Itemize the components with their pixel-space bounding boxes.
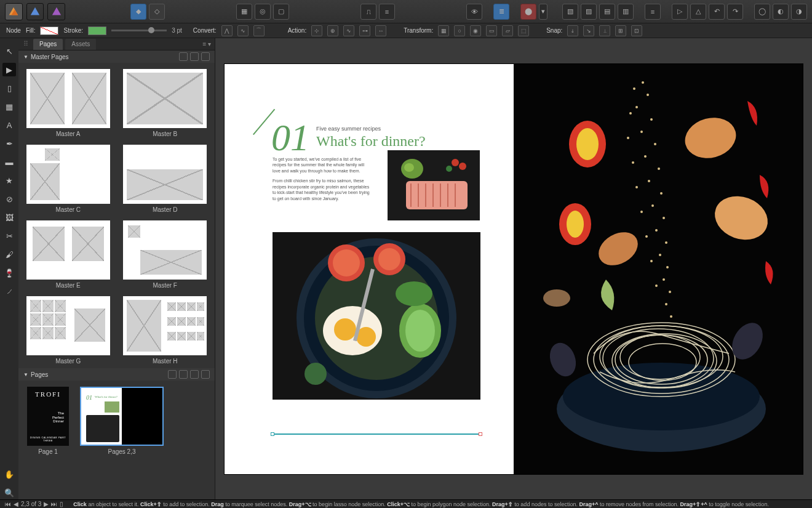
collapse-icon[interactable]: ▼ <box>23 54 28 60</box>
baseline-icon[interactable]: ⎍ <box>360 4 376 20</box>
action-close-icon[interactable]: ⊕ <box>327 25 338 36</box>
action-reverse-icon[interactable]: ↔ <box>375 25 386 36</box>
page-del-icon[interactable] <box>201 370 210 379</box>
zoom-tool-icon[interactable]: 🔍 <box>2 486 16 499</box>
clip-icon[interactable]: ≣ <box>493 4 509 20</box>
flip-v-icon[interactable]: △ <box>690 4 706 20</box>
boolean-subtract-icon[interactable]: ◐ <box>773 4 789 20</box>
snap-5-icon[interactable]: ⊡ <box>631 25 642 36</box>
move-tool-icon[interactable]: ↖ <box>2 44 16 58</box>
panel-menu-icon[interactable]: ≡ ▾ <box>202 41 211 47</box>
pen-tool-icon[interactable]: ✒ <box>2 137 16 150</box>
shape-tool-icon[interactable]: ★ <box>2 174 16 187</box>
master-h[interactable]: Master H <box>123 296 208 365</box>
nav-next-icon[interactable]: ▶ <box>44 501 49 507</box>
nav-prev-icon[interactable]: ◀ <box>14 501 18 507</box>
vector-brush-tool-icon[interactable]: 🖌 <box>2 248 16 261</box>
snap-1-icon[interactable]: ⫰ <box>567 25 578 36</box>
master-e[interactable]: Master E <box>26 220 111 289</box>
transform-3-icon[interactable]: ◉ <box>470 25 481 36</box>
arrange-forward-icon[interactable]: ▤ <box>599 4 615 20</box>
action-smooth-icon[interactable]: ∿ <box>343 25 354 36</box>
text-flow-icon[interactable]: ≡ <box>379 4 395 20</box>
page-2-3-thumb[interactable]: 01 What's for dinner? Pages 2,3 <box>80 387 164 455</box>
pan-tool-icon[interactable]: ✋ <box>2 467 16 481</box>
stroke-width-value[interactable]: 3 pt <box>172 27 182 34</box>
snap-2-icon[interactable]: ↘ <box>583 25 594 36</box>
nav-first-icon[interactable]: ⏮ <box>5 501 11 507</box>
master-b[interactable]: Master B <box>123 69 208 137</box>
left-page[interactable]: 01 Five easy summer recipes What's for d… <box>225 64 514 474</box>
master-del-icon[interactable] <box>201 52 210 61</box>
convert-smart-icon[interactable]: ⌒ <box>253 25 265 36</box>
convert-smooth-icon[interactable]: ∿ <box>237 25 249 36</box>
view-mode-1-icon[interactable]: ▦ <box>236 4 252 20</box>
fill-tool-icon[interactable]: 🍷 <box>2 266 16 280</box>
master-pages-header[interactable]: ▼ Master Pages <box>18 50 215 63</box>
boolean-intersect-icon[interactable]: ◑ <box>791 4 807 20</box>
rectangle-tool-icon[interactable]: ▬ <box>2 155 16 169</box>
app-switch-photo[interactable] <box>5 3 23 20</box>
view-mode-2-icon[interactable]: ◎ <box>255 4 271 20</box>
app-switch-designer[interactable] <box>26 3 44 20</box>
tab-pages[interactable]: Pages <box>33 39 63 50</box>
master-dup-icon[interactable] <box>190 52 199 61</box>
table-tool-icon[interactable]: ▦ <box>2 100 16 113</box>
arrange-back-icon[interactable]: ▧ <box>562 4 578 20</box>
nav-spread-icon[interactable]: ▯ <box>60 501 63 507</box>
artistic-text-tool-icon[interactable]: A <box>2 118 16 132</box>
page-1-thumb[interactable]: TROFI The Perfect Dinner DINING CALENDAR… <box>27 387 69 455</box>
canvas[interactable]: 01 Five easy summer recipes What's for d… <box>215 38 812 499</box>
stroke-width-slider[interactable] <box>111 30 167 31</box>
node-tool-icon[interactable]: ▶ <box>2 63 16 76</box>
transform-4-icon[interactable]: ▭ <box>486 25 497 36</box>
flip-h-icon[interactable]: ▷ <box>672 4 688 20</box>
page-spread-icon[interactable] <box>168 370 177 379</box>
frame-text-tool-icon[interactable]: ▯ <box>2 81 16 95</box>
preview-icon[interactable]: 👁 <box>466 4 482 20</box>
fill-swatch[interactable] <box>40 26 58 35</box>
nav-last-icon[interactable]: ⏭ <box>51 501 57 507</box>
master-a[interactable]: Master A <box>26 69 111 137</box>
transform-2-icon[interactable]: ○ <box>454 25 465 36</box>
salmon-image[interactable] <box>388 150 480 220</box>
action-break-icon[interactable]: ⊹ <box>311 25 322 36</box>
page-single-icon[interactable] <box>179 370 188 379</box>
pages-header[interactable]: ▼ Pages <box>18 368 215 381</box>
preflight-dropdown-icon[interactable]: ▾ <box>539 4 547 20</box>
master-add-icon[interactable] <box>179 52 188 61</box>
boolean-add-icon[interactable]: ◯ <box>754 4 770 20</box>
rotate-ccw-icon[interactable]: ↶ <box>709 4 725 20</box>
snap-3-icon[interactable]: ⟂ <box>599 25 610 36</box>
persona-pixel-icon[interactable]: ◇ <box>149 4 165 20</box>
view-mode-3-icon[interactable]: ▢ <box>273 4 289 20</box>
arrange-backward-icon[interactable]: ▨ <box>581 4 597 20</box>
transform-6-icon[interactable]: ⬚ <box>518 25 529 36</box>
crop-tool-icon[interactable]: ✂ <box>2 229 16 243</box>
master-c[interactable]: Master C <box>26 145 111 213</box>
arrange-front-icon[interactable]: ▥ <box>618 4 634 20</box>
align-icon[interactable]: ≡ <box>645 4 661 20</box>
collapse-icon[interactable]: ▼ <box>23 372 28 377</box>
image-tool-icon[interactable]: 🖼 <box>2 211 16 224</box>
ellipse-tool-icon[interactable]: ⊘ <box>2 192 16 206</box>
transform-1-icon[interactable]: ▦ <box>438 25 449 36</box>
master-g[interactable]: Master G <box>26 296 111 365</box>
selection-handle-left[interactable] <box>271 432 274 436</box>
page-add-icon[interactable] <box>190 370 199 379</box>
eggs-bowl-image[interactable] <box>273 232 480 400</box>
tab-assets[interactable]: Assets <box>65 39 96 50</box>
eyedropper-tool-icon[interactable]: ⟋ <box>2 284 16 298</box>
master-f[interactable]: Master F <box>123 220 208 289</box>
master-d[interactable]: Master D <box>123 145 208 213</box>
panel-grip-icon[interactable]: ⠿ <box>23 40 28 48</box>
right-page[interactable] <box>514 64 803 474</box>
persona-designer-icon[interactable]: ◆ <box>130 4 146 20</box>
transform-5-icon[interactable]: ▱ <box>502 25 513 36</box>
selection-box[interactable] <box>273 433 480 435</box>
app-switch-publisher[interactable] <box>47 3 65 20</box>
convert-sharp-icon[interactable]: ⋀ <box>221 25 233 36</box>
stroke-swatch[interactable] <box>88 26 106 35</box>
selection-handle-right[interactable] <box>479 432 482 436</box>
action-join-icon[interactable]: ⊶ <box>359 25 370 36</box>
